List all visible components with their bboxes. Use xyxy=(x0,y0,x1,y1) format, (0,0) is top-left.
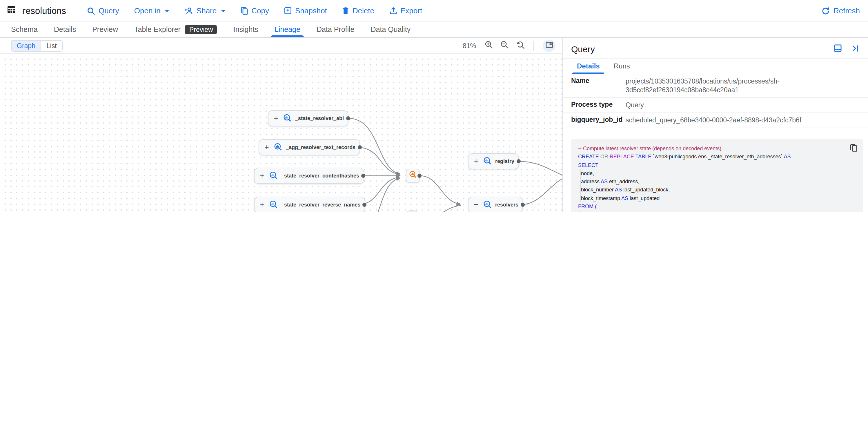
node-label: resolvers xyxy=(495,202,518,208)
tab-preview[interactable]: Preview xyxy=(92,22,118,37)
connection-dot xyxy=(361,174,365,178)
copy-icon xyxy=(240,7,248,15)
bigquery-table-icon xyxy=(269,171,278,181)
node-label: _state_resolver_contenthashes xyxy=(281,173,359,179)
bigquery-table-icon xyxy=(274,142,282,152)
open-in-button[interactable]: Open in xyxy=(134,6,169,15)
delete-button[interactable]: Delete xyxy=(342,6,374,15)
query-button[interactable]: Query xyxy=(87,6,119,15)
view-toggle: Graph List xyxy=(11,40,63,51)
chevron-down-icon xyxy=(165,9,169,12)
connection-dot xyxy=(362,203,367,207)
snapshot-button[interactable]: Snapshot xyxy=(284,6,327,15)
sql-code-block: -- Compute latest resolver state (depend… xyxy=(571,139,863,212)
top-toolbar: resolutions Query Open in Share Copy xyxy=(0,0,868,22)
lineage-canvas: Graph List 81% xyxy=(0,38,563,212)
panel-tab-runs[interactable]: Runs xyxy=(614,59,630,74)
preview-tooltip-badge: Preview xyxy=(185,25,217,34)
minimap-toggle-button[interactable] xyxy=(543,39,556,52)
node-label: _state_resolver_reverse_names xyxy=(281,202,360,208)
panel-header: Query xyxy=(563,38,868,59)
export-button[interactable]: Export xyxy=(390,6,422,15)
collapse-panel-button[interactable] xyxy=(851,44,859,54)
chevron-down-icon xyxy=(221,9,225,12)
table-node-agg-resolver-text-records[interactable]: + _agg_resolver_text_records xyxy=(258,139,360,155)
view-toggle-list[interactable]: List xyxy=(41,40,62,51)
bigquery-lineage-page: resolutions Query Open in Share Copy xyxy=(0,0,868,212)
tab-lineage[interactable]: Lineage xyxy=(275,22,300,37)
bigquery-table-icon xyxy=(269,200,278,210)
panel-tabs: Details Runs xyxy=(563,59,868,74)
process-node-central[interactable] xyxy=(406,169,420,183)
tab-data-profile[interactable]: Data Profile xyxy=(317,22,354,37)
person-add-icon xyxy=(184,7,193,14)
zoom-out-icon xyxy=(500,40,508,51)
view-toggle-graph[interactable]: Graph xyxy=(11,40,41,51)
copy-sql-button[interactable] xyxy=(850,144,858,154)
dock-bottom-button[interactable] xyxy=(834,44,842,54)
field-label: Name xyxy=(563,77,626,95)
copy-icon xyxy=(850,145,858,154)
field-label: bigquery_job_id xyxy=(563,116,626,125)
toolbar-divider xyxy=(533,40,534,51)
connection-dot xyxy=(417,174,421,178)
node-label: _agg_resolver_text_records xyxy=(286,145,355,150)
snapshot-icon xyxy=(284,7,292,14)
indent-guide xyxy=(580,170,581,203)
plus-icon[interactable]: + xyxy=(273,115,279,122)
collapse-right-icon xyxy=(851,44,859,54)
process-details-table: Name projects/1035301635708/locations/us… xyxy=(563,74,868,128)
node-label: registry xyxy=(495,158,514,164)
zoom-out-button[interactable] xyxy=(500,40,508,51)
canvas-toolbar: Graph List 81% xyxy=(0,38,562,54)
dock-bottom-icon xyxy=(834,44,842,54)
plus-icon[interactable]: + xyxy=(258,201,266,208)
tab-table-explorer[interactable]: Table Explorer xyxy=(134,22,181,37)
connection-dot xyxy=(520,203,524,207)
search-icon xyxy=(87,7,95,15)
connection-dot xyxy=(516,159,520,163)
field-row-name: Name projects/1035301635708/locations/us… xyxy=(563,74,868,98)
field-value: Query xyxy=(626,101,644,110)
page-title: resolutions xyxy=(23,5,66,16)
table-node-state-resolver-reverse-names[interactable]: + _state_resolver_reverse_names xyxy=(254,196,365,212)
copy-button[interactable]: Copy xyxy=(240,6,269,15)
zoom-reset-button[interactable] xyxy=(516,40,525,51)
tab-data-quality[interactable]: Data Quality xyxy=(371,22,411,37)
table-node-state-resolver-abi[interactable]: + _state_resolver_abi xyxy=(268,110,348,126)
panel-title: Query xyxy=(571,44,595,54)
plus-icon[interactable]: + xyxy=(472,158,479,165)
table-node-registry[interactable]: + registry xyxy=(468,153,519,170)
main-split: Graph List 81% xyxy=(0,38,868,212)
tab-schema[interactable]: Schema xyxy=(11,22,38,37)
zoom-in-button[interactable] xyxy=(485,40,493,51)
bigquery-table-icon xyxy=(483,156,492,166)
zoom-in-icon xyxy=(485,40,493,51)
tab-insights[interactable]: Insights xyxy=(234,22,258,37)
lineage-edges xyxy=(0,54,562,212)
bigquery-table-icon xyxy=(483,200,492,210)
panel-tab-details[interactable]: Details xyxy=(577,59,600,74)
refresh-button[interactable]: Refresh xyxy=(822,6,860,15)
tab-details[interactable]: Details xyxy=(54,22,76,37)
bigquery-process-icon xyxy=(409,171,417,181)
table-grid-icon xyxy=(7,5,16,16)
share-button[interactable]: Share xyxy=(184,6,225,15)
minus-icon[interactable]: − xyxy=(472,201,479,208)
indent-guide xyxy=(580,211,581,212)
table-tabbar: Schema Details Preview Table Explorer Pr… xyxy=(0,22,868,38)
zoom-level-label: 81% xyxy=(463,42,476,49)
table-node-resolvers[interactable]: − resolvers xyxy=(468,196,523,212)
plus-icon[interactable]: + xyxy=(263,144,270,151)
field-value: scheduled_query_68be3400-0000-2aef-8898-… xyxy=(626,116,801,125)
table-node-state-resolver-contenthashes[interactable]: + _state_resolver_contenthashes xyxy=(254,168,364,184)
connection-dot xyxy=(346,116,350,120)
plus-icon[interactable]: + xyxy=(258,172,266,179)
field-value: projects/1035301635708/locations/us/proc… xyxy=(626,77,811,95)
minimap-icon xyxy=(545,41,553,50)
trash-icon xyxy=(342,7,349,14)
node-label: _state_resolver_abi xyxy=(295,115,344,121)
toolbar-divider xyxy=(71,40,71,51)
refresh-icon xyxy=(822,7,830,15)
collapsed-nodes-indicator[interactable]: ... xyxy=(402,210,422,212)
